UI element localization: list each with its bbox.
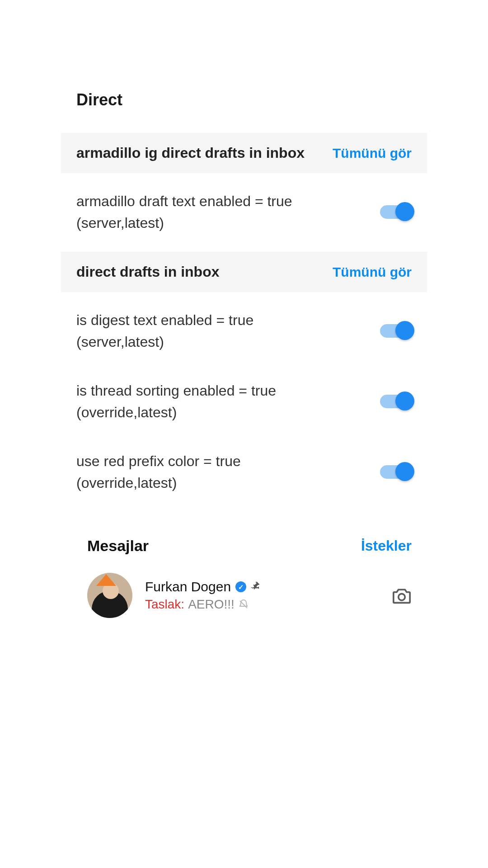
pin-icon <box>251 582 261 592</box>
muted-icon <box>238 599 249 610</box>
svg-point-0 <box>399 594 405 600</box>
flag-label: armadillo draft text enabled = true (ser… <box>76 190 292 234</box>
flag-row: armadillo draft text enabled = true (ser… <box>61 177 427 247</box>
tab-messages[interactable]: Mesajlar <box>87 537 149 555</box>
section-title: armadillo ig direct drafts in inbox <box>76 145 305 161</box>
flag-label: use red prefix color = true (override,la… <box>76 450 241 494</box>
thread-name: Furkan Dogen <box>145 579 231 594</box>
section-header-armadillo: armadillo ig direct drafts in inbox Tümü… <box>61 133 427 173</box>
inbox-tabs: Mesajlar İstekler <box>61 512 427 560</box>
toggle-switch[interactable] <box>380 324 412 338</box>
draft-prefix: Taslak: <box>145 597 184 612</box>
toggle-switch[interactable] <box>380 205 412 219</box>
tab-requests[interactable]: İstekler <box>361 538 412 554</box>
toggle-switch[interactable] <box>380 465 412 479</box>
draft-text: AERO!!! <box>188 597 235 612</box>
thread-body: Furkan Dogen Taslak: AERO!!! <box>145 579 379 612</box>
thread-row[interactable]: Furkan Dogen Taslak: AERO!!! <box>61 560 427 618</box>
flag-label: is digest text enabled = true (server,la… <box>76 309 253 353</box>
verified-badge-icon <box>235 581 246 592</box>
toggle-switch[interactable] <box>380 395 412 408</box>
flag-row: is digest text enabled = true (server,la… <box>61 296 427 366</box>
flag-label: is thread sorting enabled = true (overri… <box>76 380 276 423</box>
section-title: direct drafts in inbox <box>76 264 219 280</box>
see-all-link[interactable]: Tümünü gör <box>333 146 412 161</box>
flag-row: use red prefix color = true (override,la… <box>61 437 427 507</box>
camera-icon[interactable] <box>392 586 412 604</box>
section-header-direct-drafts: direct drafts in inbox Tümünü gör <box>61 252 427 292</box>
see-all-link[interactable]: Tümünü gör <box>333 264 412 280</box>
avatar <box>87 573 132 618</box>
flag-row: is thread sorting enabled = true (overri… <box>61 366 427 437</box>
page-title: Direct <box>61 0 427 133</box>
